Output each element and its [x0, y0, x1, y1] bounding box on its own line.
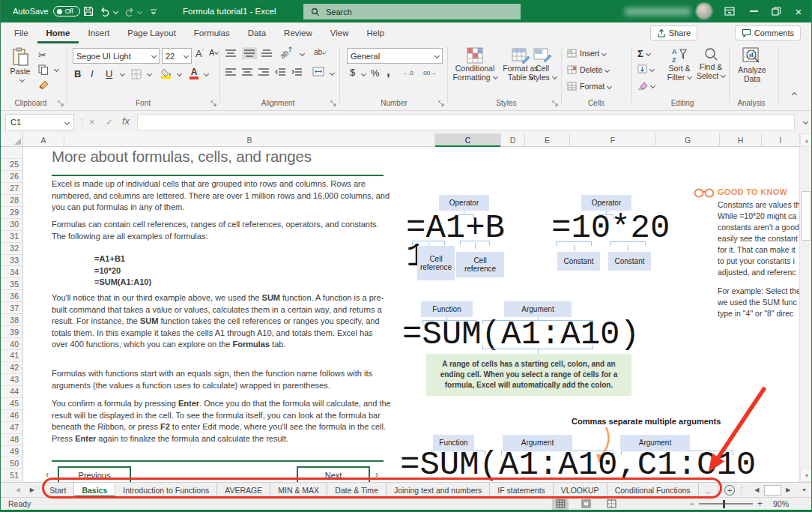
- row-header[interactable]: 31: [1, 231, 22, 243]
- row-header[interactable]: 26: [1, 171, 22, 183]
- row-header[interactable]: 42: [1, 362, 22, 374]
- font-color-dropdown-icon[interactable]: [204, 71, 209, 76]
- row-header[interactable]: 32: [1, 243, 22, 255]
- search-input[interactable]: Search: [303, 4, 521, 19]
- underline-dropdown-icon[interactable]: [120, 71, 125, 76]
- menu-tab[interactable]: Review: [275, 28, 321, 37]
- menu-tab[interactable]: View: [321, 28, 358, 37]
- autosave-toggle[interactable]: AutoSave Off: [13, 0, 80, 22]
- sheet-tab-basics-active[interactable]: Basics: [74, 483, 115, 497]
- fill-button[interactable]: [637, 64, 654, 73]
- row-header[interactable]: 29: [1, 207, 22, 219]
- align-center-button[interactable]: [242, 68, 252, 76]
- scroll-down-button[interactable]: ▼: [800, 469, 812, 482]
- format-painter-button[interactable]: [38, 79, 49, 91]
- merge-center-dropdown-icon[interactable]: [330, 70, 335, 76]
- number-format-select[interactable]: General: [347, 48, 443, 64]
- increase-font-button[interactable]: Aˆ: [196, 48, 204, 59]
- decrease-font-button[interactable]: A: [209, 48, 218, 57]
- font-name-select[interactable]: Segoe UI Light: [73, 48, 160, 64]
- row-header[interactable]: 43: [1, 374, 22, 386]
- zoom-out-button[interactable]: −: [689, 499, 694, 509]
- row-header[interactable]: 35: [1, 278, 22, 290]
- sheet-tab[interactable]: Conditional Functions: [608, 483, 699, 497]
- row-header[interactable]: 39: [1, 326, 22, 338]
- horizontal-scroll-thumb[interactable]: [764, 485, 781, 496]
- row-header[interactable]: 47: [1, 422, 22, 434]
- row-header[interactable]: 38: [1, 314, 22, 326]
- accounting-format-button[interactable]: $: [350, 67, 355, 78]
- vertical-scrollbar[interactable]: ▲ ▼: [799, 133, 812, 482]
- sheet-tab[interactable]: ..: [699, 483, 719, 497]
- menu-tab-home-active[interactable]: Home: [37, 22, 79, 43]
- row-header[interactable]: 27: [1, 183, 22, 195]
- column-header-a[interactable]: A: [23, 133, 64, 147]
- insert-cells-button[interactable]: Insert: [567, 49, 606, 58]
- format-cells-button[interactable]: Format: [567, 82, 611, 91]
- conditional-formatting-button[interactable]: Conditional Formatting: [450, 47, 500, 82]
- redo-dropdown-icon[interactable]: [137, 8, 142, 13]
- paste-button[interactable]: Paste: [7, 47, 34, 85]
- select-all-button[interactable]: [1, 133, 23, 146]
- hscroll-left-icon[interactable]: ◀: [750, 483, 764, 497]
- normal-view-button[interactable]: [552, 498, 569, 510]
- number-dialog-launcher[interactable]: [438, 100, 445, 107]
- zoom-in-button[interactable]: +: [757, 499, 763, 509]
- row-header[interactable]: 28: [1, 195, 22, 207]
- align-right-button[interactable]: [258, 68, 269, 76]
- sheet-tab[interactable]: Joining text and numbers: [387, 483, 490, 497]
- row-header-partial[interactable]: [1, 147, 22, 159]
- sheet-tab[interactable]: AVERAGE: [217, 483, 270, 497]
- menu-tab[interactable]: Help: [358, 28, 394, 37]
- menu-tab[interactable]: Data: [239, 28, 275, 37]
- menu-tab[interactable]: Page Layout: [118, 28, 185, 37]
- expand-formula-bar-icon[interactable]: [803, 119, 808, 124]
- decrease-decimal-button[interactable]: .00→: [422, 70, 436, 76]
- menu-tab[interactable]: File: [5, 28, 37, 37]
- row-header[interactable]: 36: [1, 290, 22, 302]
- row-header[interactable]: 44: [1, 386, 22, 398]
- align-top-button[interactable]: [225, 49, 236, 57]
- row-header[interactable]: 33: [1, 255, 22, 267]
- row-header[interactable]: 46: [1, 410, 22, 422]
- italic-button[interactable]: I: [91, 68, 94, 79]
- scroll-up-button[interactable]: ▲: [800, 133, 812, 147]
- column-header-f[interactable]: F: [570, 133, 656, 147]
- copy-dropdown-icon[interactable]: [54, 67, 59, 72]
- align-left-button[interactable]: [225, 68, 236, 76]
- clear-button[interactable]: [637, 81, 655, 90]
- column-header-c-selected[interactable]: C: [435, 133, 501, 147]
- next-button[interactable]: Next: [297, 466, 370, 482]
- sheet-tab[interactable]: VLOOKUP: [554, 483, 608, 497]
- column-header-d[interactable]: D: [501, 133, 525, 147]
- column-header-e[interactable]: E: [525, 133, 570, 147]
- row-header[interactable]: 41: [1, 350, 22, 362]
- orientation-dropdown-icon[interactable]: [300, 51, 305, 56]
- row-header[interactable]: 37: [1, 302, 22, 314]
- sheet-tab[interactable]: Introduction to Functions: [115, 483, 217, 497]
- zoom-slider-thumb[interactable]: [723, 500, 726, 508]
- menu-tab[interactable]: Insert: [79, 28, 118, 37]
- fill-color-dropdown-icon[interactable]: [177, 71, 182, 76]
- name-box[interactable]: C1: [5, 114, 74, 130]
- styles-dialog-launcher[interactable]: [552, 100, 559, 107]
- increase-decimal-button[interactable]: ←.0: [402, 70, 413, 76]
- row-header[interactable]: 30: [1, 219, 22, 231]
- column-header-g[interactable]: G: [656, 133, 720, 147]
- row-header[interactable]: 34: [1, 266, 22, 278]
- clipboard-dialog-launcher[interactable]: [58, 100, 64, 107]
- quick-access-customize-button[interactable]: [149, 0, 158, 22]
- row-header[interactable]: 51: [1, 469, 22, 481]
- comma-style-button[interactable]: ,: [387, 64, 390, 79]
- align-middle-button[interactable]: [242, 47, 257, 59]
- collapse-ribbon-button[interactable]: [790, 90, 801, 100]
- paste-dropdown-icon[interactable]: [19, 77, 24, 82]
- font-size-select[interactable]: 22: [162, 48, 192, 64]
- formula-bar-divider[interactable]: ⋮: [79, 118, 86, 126]
- formula-input[interactable]: [137, 114, 795, 130]
- alignment-dialog-launcher[interactable]: [330, 100, 337, 107]
- cut-button[interactable]: ✂: [38, 49, 46, 61]
- column-header-b[interactable]: B: [64, 133, 435, 147]
- row-header[interactable]: 49: [1, 446, 22, 458]
- insert-function-button[interactable]: fx: [122, 115, 130, 127]
